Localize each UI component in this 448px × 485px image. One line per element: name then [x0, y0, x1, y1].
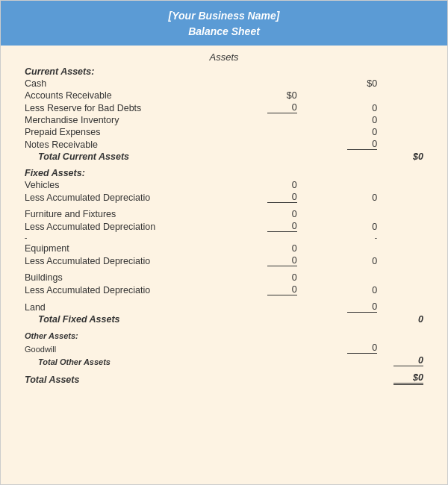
- accum-dep-buildings-row: Less Accumulated Depreciatio 0 0: [23, 284, 425, 296]
- total-fixed-assets-row: Total Fixed Assets 0: [23, 313, 425, 325]
- buildings-label: Buildings: [23, 272, 224, 284]
- merchandise-inventory-row: Merchandise Inventory 0: [23, 114, 425, 126]
- cash-value: $0: [305, 78, 385, 90]
- buildings-value: 0: [224, 272, 305, 284]
- balance-sheet-table: Current Assets: Cash $0 Accounts Receiva…: [23, 66, 425, 386]
- fixed-assets-heading-row: Fixed Assets:: [23, 167, 425, 179]
- furniture-row: Furniture and Fixtures 0: [23, 208, 425, 220]
- bad-debts-label: Less Reserve for Bad Debts: [23, 101, 224, 114]
- accum-dep-furniture-mid: 0: [224, 220, 305, 233]
- land-row: Land 0: [23, 301, 425, 313]
- vehicles-label: Vehicles: [23, 179, 224, 191]
- cash-label: Cash: [23, 78, 224, 90]
- header: [Your Business Name] Balance Sheet: [1, 1, 447, 46]
- business-name: [Your Business Name]: [1, 8, 447, 24]
- current-assets-heading: Current Assets:: [23, 66, 224, 78]
- equipment-value: 0: [224, 242, 305, 254]
- total-assets-row: Total Assets $0: [23, 372, 425, 386]
- total-current-assets-row: Total Current Assets $0: [23, 151, 425, 163]
- equipment-label: Equipment: [23, 242, 224, 254]
- other-assets-heading-row: Other Assets:: [23, 330, 425, 342]
- cash-row: Cash $0: [23, 78, 425, 90]
- notes-receivable-label: Notes Receivable: [23, 138, 224, 151]
- total-current-assets-value: $0: [385, 151, 425, 163]
- goodwill-value: 0: [305, 342, 385, 354]
- total-other-assets-value: 0: [385, 354, 425, 367]
- bad-debts-row: Less Reserve for Bad Debts 0 0: [23, 101, 425, 114]
- bad-debts-mid: 0: [224, 101, 305, 114]
- furniture-label: Furniture and Fixtures: [23, 208, 224, 220]
- accum-dep-vehicles-label: Less Accumulated Depreciatio: [23, 191, 224, 204]
- accum-dep-buildings-mid: 0: [224, 284, 305, 296]
- vehicles-value: 0: [224, 179, 305, 191]
- header-title: [Your Business Name] Balance Sheet: [1, 8, 447, 40]
- sheet-title: Balance Sheet: [1, 24, 447, 40]
- accum-dep-buildings-value: 0: [305, 284, 385, 296]
- balance-sheet-page: [Your Business Name] Balance Sheet Asset…: [0, 0, 448, 485]
- accum-dep-furniture-row: Less Accumulated Depreciation 0 0: [23, 220, 425, 233]
- total-current-assets-label: Total Current Assets: [23, 151, 224, 163]
- accum-dep-equipment-value: 0: [305, 254, 385, 267]
- other-assets-heading: Other Assets:: [23, 330, 224, 342]
- accum-dep-vehicles-value: 0: [305, 191, 385, 204]
- dash-label: -: [23, 233, 224, 242]
- accum-dep-furniture-label: Less Accumulated Depreciation: [23, 220, 224, 233]
- merchandise-inventory-value: 0: [305, 114, 385, 126]
- total-fixed-assets-value: 0: [385, 313, 425, 325]
- notes-receivable-row: Notes Receivable 0: [23, 138, 425, 151]
- dash-value: -: [305, 233, 385, 242]
- total-assets-label: Total Assets: [23, 372, 224, 386]
- content-area: Assets Current Assets: Cash $0 Acc: [1, 46, 447, 484]
- accum-dep-vehicles-row: Less Accumulated Depreciatio 0 0: [23, 191, 425, 204]
- bad-debts-value: 0: [305, 101, 385, 114]
- current-assets-heading-row: Current Assets:: [23, 66, 425, 78]
- dash-row: - -: [23, 233, 425, 242]
- accum-dep-equipment-mid: 0: [224, 254, 305, 267]
- land-value: 0: [305, 301, 385, 313]
- land-label: Land: [23, 301, 224, 313]
- fixed-assets-heading: Fixed Assets:: [23, 167, 224, 179]
- vehicles-row: Vehicles 0: [23, 179, 425, 191]
- goodwill-row: Goodwill 0: [23, 342, 425, 354]
- furniture-value: 0: [224, 208, 305, 220]
- total-other-assets-row: Total Other Assets 0: [23, 354, 425, 367]
- buildings-row: Buildings 0: [23, 272, 425, 284]
- accum-dep-furniture-value: 0: [305, 220, 385, 233]
- total-other-assets-label: Total Other Assets: [23, 354, 224, 367]
- accounts-receivable-label: Accounts Receivable: [23, 90, 224, 101]
- total-assets-value: $0: [385, 372, 425, 386]
- goodwill-label: Goodwill: [23, 342, 224, 354]
- accounts-receivable-value: $0: [224, 90, 305, 101]
- equipment-row: Equipment 0: [23, 242, 425, 254]
- prepaid-expenses-row: Prepaid Expenses 0: [23, 126, 425, 138]
- accum-dep-vehicles-mid: 0: [224, 191, 305, 204]
- accum-dep-equipment-row: Less Accumulated Depreciatio 0 0: [23, 254, 425, 267]
- prepaid-expenses-label: Prepaid Expenses: [23, 126, 224, 138]
- assets-section-header: Assets: [23, 46, 425, 66]
- merchandise-inventory-label: Merchandise Inventory: [23, 114, 224, 126]
- prepaid-expenses-value: 0: [305, 126, 385, 138]
- accum-dep-buildings-label: Less Accumulated Depreciatio: [23, 284, 224, 296]
- accum-dep-equipment-label: Less Accumulated Depreciatio: [23, 254, 224, 267]
- accounts-receivable-row: Accounts Receivable $0: [23, 90, 425, 101]
- notes-receivable-value: 0: [305, 138, 385, 151]
- total-fixed-assets-label: Total Fixed Assets: [23, 313, 224, 325]
